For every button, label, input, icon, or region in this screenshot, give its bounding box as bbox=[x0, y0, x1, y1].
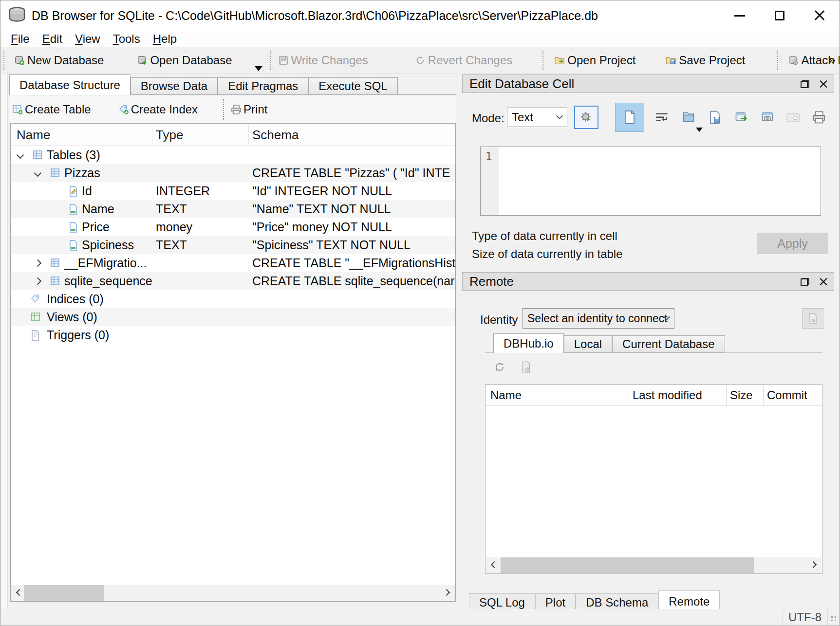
revert-changes-button[interactable]: Revert Changes bbox=[415, 54, 512, 67]
column-header-commit[interactable]: Commit bbox=[767, 385, 807, 406]
scroll-left-icon[interactable] bbox=[16, 589, 23, 596]
titlebar[interactable]: DB Browser for SQLite - C:\Code\GitHub\M… bbox=[0, 0, 840, 31]
column-divider[interactable] bbox=[726, 386, 727, 405]
tree-row-pizzas[interactable]: Pizzas CREATE TABLE "Pizzas" ( "Id" INTE bbox=[11, 164, 455, 182]
identity-settings-button[interactable] bbox=[802, 308, 823, 329]
tree-row-tables[interactable]: Tables (3) bbox=[11, 146, 455, 164]
import-dropdown-icon[interactable] bbox=[696, 128, 703, 132]
open-database-button[interactable]: Open Database bbox=[137, 54, 232, 67]
column-divider[interactable] bbox=[763, 386, 764, 405]
tab-dbhub[interactable]: DBHub.io bbox=[493, 333, 564, 353]
write-changes-icon bbox=[278, 55, 289, 66]
column-divider[interactable] bbox=[629, 386, 629, 405]
open-database-dropdown-icon[interactable] bbox=[255, 66, 262, 71]
menu-view[interactable]: View bbox=[69, 32, 107, 46]
tree-row-sqlite-sequence[interactable]: sqlite_sequence CREATE TABLE sqlite_sequ… bbox=[11, 272, 455, 290]
minimize-button[interactable] bbox=[720, 0, 760, 31]
resize-grip-icon[interactable] bbox=[831, 616, 837, 622]
auto-apply-button[interactable] bbox=[574, 106, 598, 129]
column-header-schema[interactable]: Schema bbox=[252, 124, 299, 146]
dock-float-button[interactable] bbox=[801, 278, 809, 286]
tab-edit-pragmas[interactable]: Edit Pragmas bbox=[218, 77, 308, 95]
tree-row-spiciness[interactable]: Spiciness TEXT "Spiciness" TEXT NOT NULL bbox=[11, 236, 455, 254]
dock-close-button[interactable] bbox=[820, 80, 828, 89]
menu-file[interactable]: File bbox=[4, 32, 36, 46]
column-header-type[interactable]: Type bbox=[156, 124, 183, 146]
set-null-button[interactable] bbox=[784, 110, 803, 126]
tree-row-id[interactable]: Id INTEGER "Id" INTEGER NOT NULL bbox=[11, 182, 455, 200]
mode-select[interactable]: Text bbox=[507, 108, 567, 127]
menu-edit[interactable]: Edit bbox=[36, 32, 69, 46]
copy-link-button[interactable] bbox=[757, 108, 778, 127]
tab-label: DB Schema bbox=[586, 596, 648, 609]
text-view-button[interactable] bbox=[615, 103, 644, 132]
column-divider[interactable] bbox=[152, 125, 152, 145]
identity-select[interactable]: Select an identity to connect bbox=[523, 308, 674, 329]
save-project-button[interactable]: Save Project bbox=[666, 54, 745, 67]
column-header-name[interactable]: Name bbox=[490, 385, 522, 406]
revert-changes-label: Revert Changes bbox=[428, 54, 512, 67]
write-changes-button[interactable]: Write Changes bbox=[278, 54, 368, 67]
toolbar-overflow-button[interactable]: » bbox=[828, 52, 836, 68]
tree-row-price[interactable]: Price money "Price" money NOT NULL bbox=[11, 218, 455, 236]
edit-cell-title: Edit Database Cell bbox=[469, 76, 574, 92]
tree-item-label: Views (0) bbox=[47, 308, 97, 326]
field-icon bbox=[68, 239, 78, 251]
dock-close-button[interactable] bbox=[820, 278, 828, 286]
expander-right-icon[interactable] bbox=[34, 259, 42, 267]
apply-button[interactable]: Apply bbox=[757, 233, 828, 254]
tree-row-efmigrations[interactable]: __EFMigratio... CREATE TABLE "__EFMigrat… bbox=[11, 254, 455, 272]
open-in-external-button[interactable] bbox=[731, 108, 751, 127]
dock-float-button[interactable] bbox=[801, 80, 809, 88]
encoding-indicator[interactable]: UTF-8 bbox=[782, 609, 828, 626]
menu-help[interactable]: Help bbox=[147, 32, 183, 46]
remote-title: Remote bbox=[469, 274, 514, 289]
print-cell-button[interactable] bbox=[809, 108, 829, 127]
tab-local[interactable]: Local bbox=[564, 335, 612, 353]
column-header-last-modified[interactable]: Last modified bbox=[633, 385, 702, 406]
tree-row-views[interactable]: Views (0) bbox=[11, 308, 455, 326]
open-project-button[interactable]: Open Project bbox=[554, 54, 635, 67]
cell-editor[interactable]: 1 bbox=[480, 147, 821, 216]
menu-tools[interactable]: Tools bbox=[107, 32, 147, 46]
expander-down-icon[interactable] bbox=[34, 169, 42, 177]
tree-item-label: Triggers (0) bbox=[47, 326, 109, 344]
refresh-icon bbox=[494, 361, 505, 373]
tab-browse-data[interactable]: Browse Data bbox=[131, 77, 218, 95]
create-table-button[interactable]: Create Table bbox=[12, 103, 91, 116]
close-button[interactable] bbox=[800, 0, 840, 31]
export-to-file-button[interactable] bbox=[705, 108, 725, 127]
tab-database-structure[interactable]: Database Structure bbox=[9, 74, 131, 95]
remote-horizontal-scrollbar[interactable] bbox=[486, 557, 821, 573]
toolbar-grip bbox=[3, 51, 4, 70]
tree-row-indices[interactable]: Indices (0) bbox=[11, 290, 455, 308]
tree-row-name[interactable]: Name TEXT "Name" TEXT NOT NULL bbox=[11, 200, 455, 218]
column-header-size[interactable]: Size bbox=[730, 385, 753, 406]
edit-cell-dock-titlebar[interactable]: Edit Database Cell bbox=[462, 74, 834, 93]
scrollbar-thumb[interactable] bbox=[24, 585, 104, 601]
expander-down-icon[interactable] bbox=[17, 151, 24, 159]
tree-item-label: Pizzas bbox=[64, 164, 100, 182]
tree-row-triggers[interactable]: Triggers (0) bbox=[11, 326, 455, 344]
import-from-file-button[interactable] bbox=[678, 108, 699, 127]
tree-horizontal-scrollbar[interactable] bbox=[11, 585, 455, 601]
tab-current-database[interactable]: Current Database bbox=[612, 335, 725, 353]
print-button[interactable]: Print bbox=[231, 103, 267, 116]
remote-dock-titlebar[interactable]: Remote bbox=[462, 272, 834, 291]
tree-item-schema: "Price" money NOT NULL bbox=[252, 218, 392, 236]
scroll-right-icon[interactable] bbox=[810, 561, 817, 568]
scroll-right-icon[interactable] bbox=[443, 589, 450, 596]
scrollbar-thumb[interactable] bbox=[501, 557, 754, 573]
column-divider[interactable] bbox=[248, 125, 249, 145]
expander-right-icon[interactable] bbox=[34, 277, 42, 285]
app-database-icon bbox=[7, 6, 27, 25]
tab-execute-sql[interactable]: Execute SQL bbox=[308, 77, 397, 95]
create-index-button[interactable]: Create Index bbox=[118, 103, 198, 116]
column-header-name[interactable]: Name bbox=[17, 124, 50, 146]
word-wrap-button[interactable] bbox=[652, 110, 672, 126]
scroll-left-icon[interactable] bbox=[491, 561, 498, 568]
clone-database-button[interactable] bbox=[518, 360, 534, 374]
refresh-remote-button[interactable] bbox=[491, 360, 508, 374]
maximize-button[interactable] bbox=[760, 0, 800, 31]
new-database-button[interactable]: New Database bbox=[14, 54, 104, 67]
